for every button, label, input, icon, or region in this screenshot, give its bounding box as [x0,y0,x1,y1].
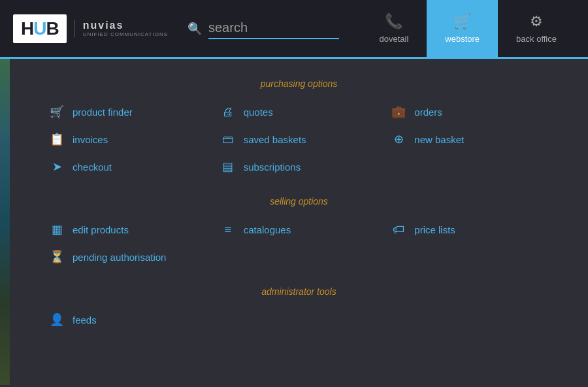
purchasing-grid: 🛒 product finder 🖨 quotes 💼 orders 📋 inv… [49,102,549,177]
administrator-grid: 👤 feeds [49,310,549,329]
back-office-icon: ⚙ [530,13,543,30]
printer-icon: 🖨 [220,105,236,119]
saved-baskets-icon: 🗃 [220,133,236,146]
quotes-label: quotes [244,107,273,118]
menu-item-edit-products[interactable]: ▦ edit products [49,220,207,239]
orders-label: orders [414,107,442,118]
nuvias-subtitle: UNIFIED COMMUNICATIONS [83,31,168,37]
edit-products-icon: ▦ [49,222,65,237]
tab-dovetail[interactable]: 📞 dovetail [361,0,427,58]
menu-item-invoices[interactable]: 📋 invoices [49,129,207,149]
search-icon: 🔍 [188,22,202,36]
tab-dovetail-label: dovetail [380,34,409,44]
menu-item-new-basket[interactable]: ⊕ new basket [391,129,549,149]
sidebar-decor [0,59,10,385]
menu-item-subscriptions[interactable]: ▤ subscriptions [220,157,378,177]
product-finder-label: product finder [73,107,133,118]
nuvias-name: nuvias [83,20,168,31]
dovetail-icon: 📞 [385,13,402,30]
subscriptions-icon: ▤ [220,160,236,174]
purchasing-title: purchasing options [49,78,549,89]
menu-item-feeds[interactable]: 👤 feeds [49,310,207,329]
subscriptions-label: subscriptions [244,161,301,173]
edit-products-label: edit products [73,224,129,235]
nuvias-logo: nuvias UNIFIED COMMUNICATIONS [74,20,168,37]
menu-item-saved-baskets[interactable]: 🗃 saved baskets [220,129,378,149]
invoices-label: invoices [73,134,108,145]
menu-item-product-finder[interactable]: 🛒 product finder [49,102,207,122]
menu-item-checkout[interactable]: ➤ checkout [49,157,207,177]
new-basket-label: new basket [414,134,464,145]
saved-baskets-label: saved baskets [244,134,306,145]
catalogues-label: catalogues [244,224,291,235]
pending-authorisation-label: pending authorisation [73,252,166,263]
feeds-icon: 👤 [49,312,65,327]
price-lists-icon: 🏷 [391,223,406,237]
hub-logo: HUB [13,14,67,43]
clipboard-icon: 📋 [49,132,65,146]
webstore-icon: 🛒 [453,13,471,30]
content-area: purchasing options 🛒 product finder 🖨 qu… [10,59,588,385]
tab-webstore[interactable]: 🛒 webstore [427,0,498,58]
search-input[interactable] [208,18,339,39]
checkout-label: checkout [73,161,112,173]
menu-item-price-lists[interactable]: 🏷 price lists [391,220,549,239]
briefcase-icon: 💼 [391,105,406,119]
purchasing-section: purchasing options 🛒 product finder 🖨 qu… [49,78,549,177]
administrator-title: administrator tools [49,286,549,297]
pending-icon: ⏳ [49,250,65,264]
catalogues-icon: ≡ [220,223,236,237]
selling-section: selling options ▦ edit products ≡ catalo… [49,196,549,267]
tab-back-office-label: back office [516,34,557,44]
feeds-label: feeds [73,314,97,326]
checkout-icon: ➤ [49,160,65,174]
menu-item-catalogues[interactable]: ≡ catalogues [220,220,378,239]
menu-item-quotes[interactable]: 🖨 quotes [220,102,378,122]
main-content: purchasing options 🛒 product finder 🖨 qu… [0,59,588,385]
logo-area: HUB nuvias UNIFIED COMMUNICATIONS [13,14,168,43]
tab-webstore-label: webstore [445,34,480,44]
selling-grid: ▦ edit products ≡ catalogues 🏷 price lis… [49,220,549,267]
nav-tabs: 📞 dovetail 🛒 webstore ⚙ back office [361,0,575,58]
cart-icon: 🛒 [49,105,65,119]
header: HUB nuvias UNIFIED COMMUNICATIONS 🔍 📞 do… [0,0,588,59]
administrator-section: administrator tools 👤 feeds [49,286,549,329]
price-lists-label: price lists [414,224,455,235]
menu-item-orders[interactable]: 💼 orders [391,102,549,122]
selling-title: selling options [49,196,549,207]
menu-item-pending-authorisation[interactable]: ⏳ pending authorisation [49,247,207,267]
new-basket-icon: ⊕ [391,132,406,146]
tab-back-office[interactable]: ⚙ back office [498,0,575,58]
search-area: 🔍 [168,18,361,39]
